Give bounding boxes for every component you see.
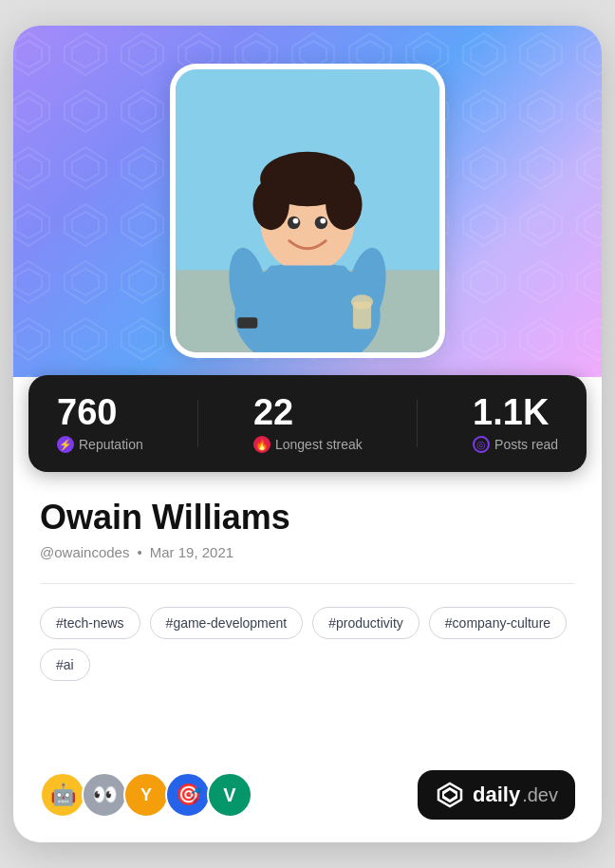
avatar: [176, 69, 439, 352]
brand-name: daily.dev: [473, 783, 558, 807]
stats-bar: 760 ⚡ Reputation 22 🔥 Longest streak 1.1…: [28, 375, 587, 472]
profile-card: 760 ⚡ Reputation 22 🔥 Longest streak 1.1…: [13, 26, 602, 842]
badge-4[interactable]: 🎯: [165, 772, 211, 818]
tag-ai[interactable]: #ai: [40, 649, 90, 681]
join-date: Mar 19, 2021: [150, 544, 233, 560]
brand-name-text: daily: [473, 783, 520, 807]
posts-icon: ◎: [473, 436, 490, 453]
streak-label: 🔥 Longest streak: [253, 436, 363, 453]
profile-meta: @owaincodes • Mar 19, 2021: [40, 544, 575, 560]
dailydev-logo-icon: [435, 780, 465, 810]
stat-reputation: 760 ⚡ Reputation: [57, 394, 143, 453]
brand-logo: daily.dev: [418, 770, 575, 820]
streak-label-text: Longest streak: [275, 437, 363, 452]
badge-3[interactable]: Y: [123, 772, 169, 818]
badges-row: 🤖 👀 Y 🎯 V: [40, 772, 249, 818]
badge-5[interactable]: V: [207, 772, 252, 818]
stat-posts: 1.1K ◎ Posts read: [473, 394, 558, 453]
profile-info: Owain Williams @owaincodes • Mar 19, 202…: [13, 472, 602, 560]
reputation-label: ⚡ Reputation: [57, 436, 143, 453]
tag-tech-news[interactable]: #tech-news: [40, 607, 140, 639]
svg-rect-23: [237, 317, 257, 329]
avatar-wrapper: [170, 64, 445, 358]
profile-banner: [13, 26, 602, 377]
card-footer: 🤖 👀 Y 🎯 V daily.dev: [13, 747, 602, 842]
streak-icon: 🔥: [253, 436, 270, 453]
reputation-label-text: Reputation: [79, 437, 143, 452]
stat-divider-2: [417, 400, 418, 447]
brand-suffix: .dev: [522, 784, 558, 806]
badge-1[interactable]: 🤖: [40, 772, 85, 818]
posts-value: 1.1K: [473, 394, 549, 430]
svg-point-12: [320, 218, 326, 224]
username: @owaincodes: [40, 544, 129, 560]
reputation-value: 760: [57, 394, 117, 430]
separator: •: [137, 544, 141, 560]
stat-divider-1: [197, 400, 198, 447]
profile-name: Owain Williams: [40, 499, 575, 537]
divider: [40, 583, 575, 584]
svg-point-7: [252, 179, 289, 230]
tag-game-development[interactable]: #game-development: [150, 607, 304, 639]
posts-label: ◎ Posts read: [473, 436, 558, 453]
posts-label-text: Posts read: [494, 437, 558, 452]
stat-streak: 22 🔥 Longest streak: [253, 394, 363, 453]
svg-point-11: [293, 218, 299, 224]
tags-section: #tech-news #game-development #productivi…: [13, 607, 602, 681]
tag-company-culture[interactable]: #company-culture: [429, 607, 567, 639]
streak-value: 22: [253, 394, 293, 430]
svg-point-22: [351, 294, 373, 309]
badge-2[interactable]: 👀: [82, 772, 127, 818]
reputation-icon: ⚡: [57, 436, 74, 453]
svg-rect-18: [267, 266, 348, 352]
tag-productivity[interactable]: #productivity: [312, 607, 419, 639]
svg-point-8: [326, 179, 362, 230]
